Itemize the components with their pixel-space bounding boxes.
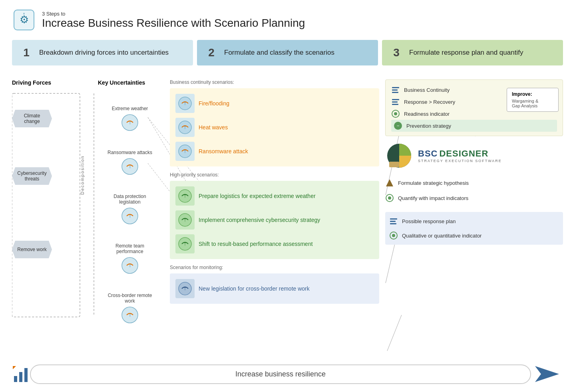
svg-rect-65 <box>24 368 28 382</box>
driving-forces-title: Driving Forces <box>12 79 82 86</box>
key-uncertainties-title: Key Uncertainties <box>98 79 162 86</box>
performance-text: Shift to result-based performance assess… <box>199 240 313 247</box>
svg-rect-60 <box>390 223 396 224</box>
uncertainty-ransomware: Ransomware attacks ↑ <box>98 150 162 175</box>
svg-text:↑: ↑ <box>23 11 26 17</box>
svg-text:↑: ↑ <box>184 100 187 106</box>
step-1-number: 1 <box>19 46 34 60</box>
cybersecurity-text: Implement comprehensive cybersecurity st… <box>199 216 320 224</box>
possible-response-text: Possible response plan <box>402 218 456 224</box>
cybersecurity-icon: ↑ <box>175 210 195 230</box>
svg-marker-67 <box>535 366 559 382</box>
response-recovery-text: Response > Recovery <box>404 99 455 105</box>
high-priority-section: High-priority scenarios: ↑ Prepare logis… <box>170 172 379 259</box>
svg-text:↑: ↑ <box>184 192 187 199</box>
uncertainties-list: Extreme weather ↑ Ransomware attacks ↑ <box>98 106 162 335</box>
cross-border-icon: ↑ <box>121 306 139 324</box>
svg-text:↑: ↑ <box>128 162 131 169</box>
hypotheses-section: Formulate strategic hypothesis Quantify … <box>385 175 563 209</box>
remote-team-label: Remote teamperformance <box>115 243 144 254</box>
svg-rect-58 <box>390 218 397 220</box>
scenario-fire-flooding: ↑ Fire/flooding <box>174 91 375 115</box>
quantify-text: Quantify with impact indicators <box>398 195 468 201</box>
logistics-icon: ↑ <box>175 186 195 206</box>
svg-rect-43 <box>392 87 399 88</box>
legislation-text: New legislation for cross-border remote … <box>199 285 310 292</box>
scenario-performance: ↑ Shift to result-based performance asse… <box>174 232 375 256</box>
col-driving-forces: Driving Forces Climatechange Cybersecuri… <box>12 75 82 351</box>
header-icon: ⚙ ↑ <box>12 8 36 32</box>
step-2-label: Formulate and classify the scenarios <box>224 48 334 57</box>
scenario-legislation: ↑ New legislation for cross-border remot… <box>174 277 375 301</box>
gauge-icon-2 <box>385 194 394 202</box>
svg-text:↑: ↑ <box>184 124 187 130</box>
chart-icon <box>12 364 32 384</box>
extreme-weather-icon: ↑ <box>121 114 139 131</box>
heat-waves-icon: ↑ <box>175 118 195 137</box>
list-icon-1 <box>391 85 400 94</box>
svg-rect-44 <box>392 89 398 91</box>
header: ⚙ ↑ 3 Steps to Increase Business Resilie… <box>12 8 563 32</box>
qualitative-indicator: Qualitative or quantitative indicator <box>389 230 559 242</box>
response-continuity: Business Continuity Response > Recovery <box>385 79 563 136</box>
uncertainty-data-protection: Data protectionlegislation ↑ <box>98 194 162 225</box>
svg-point-57 <box>388 196 391 200</box>
response-inner: Business Continuity Response > Recovery <box>385 79 563 245</box>
gauge-icon-3 <box>389 231 398 240</box>
svg-marker-66 <box>13 366 16 369</box>
bottom-arrow <box>531 362 563 386</box>
prevention-text: Prevention strategy <box>406 123 451 129</box>
ransomware-attack-icon: ↑ <box>175 142 195 161</box>
svg-text:↑: ↑ <box>128 311 131 318</box>
remote-hexagon: Remove work <box>12 241 52 258</box>
step-1-label: Breakdown driving forces into uncertaint… <box>39 48 169 57</box>
driving-force-remote: Remove work <box>12 241 82 258</box>
step-3-label: Formulate response plan and quantify <box>409 48 523 57</box>
fire-flooding-icon: ↑ <box>175 94 195 113</box>
legislation-icon: ↑ <box>175 279 195 298</box>
high-priority-title: High-priority scenarios: <box>170 172 379 178</box>
svg-marker-55 <box>386 179 393 186</box>
col-key-uncertainties: Key Uncertainties Decomposition Extreme … <box>82 75 162 351</box>
header-subtitle: 3 Steps to <box>42 11 305 17</box>
designer-text: DESIGNER <box>439 148 488 159</box>
performance-icon: ↑ <box>175 234 195 253</box>
fire-flooding-text: Fire/flooding <box>199 100 229 107</box>
monitoring-title: Scenarios for monitoring: <box>170 265 379 270</box>
bsc-text: BSC <box>418 148 438 159</box>
business-continuity-response-text: Business Continuity <box>404 87 450 93</box>
svg-text:↑: ↑ <box>128 261 131 268</box>
monitoring-section: Scenarios for monitoring: ↑ New legislat… <box>170 265 379 304</box>
formulate-icon <box>385 178 394 187</box>
remote-team-icon: ↑ <box>121 257 139 274</box>
qualitative-text: Qualitative or quantitative indicator <box>402 233 481 239</box>
readiness-text: Readiness indicator <box>404 111 450 117</box>
list-icon-2 <box>391 97 400 106</box>
svg-point-50 <box>394 112 397 115</box>
step-2: 2 Formulate and classify the scenarios <box>197 40 378 65</box>
page: ⚙ ↑ 3 Steps to Increase Business Resilie… <box>0 0 575 392</box>
svg-text:↑: ↑ <box>184 216 187 223</box>
business-continuity-group: ↑ Fire/flooding ↑ Heat waves <box>170 88 379 166</box>
ransomware-icon: ↑ <box>121 158 139 175</box>
bottom-bar-text: Increase business resilience <box>30 364 531 384</box>
svg-rect-64 <box>19 372 22 382</box>
svg-text:↑: ↑ <box>128 212 131 219</box>
steps-row: 1 Breakdown driving forces into uncertai… <box>12 40 563 65</box>
svg-text:↑: ↑ <box>184 285 187 291</box>
high-priority-group: ↑ Prepare logistics for expected extreme… <box>170 181 379 259</box>
possible-response-plan: Possible response plan <box>389 215 559 227</box>
step-1: 1 Breakdown driving forces into uncertai… <box>12 40 193 65</box>
scenario-logistics: ↑ Prepare logistics for expected extreme… <box>174 184 375 208</box>
formulate-text: Formulate strategic hypothesis <box>398 180 469 186</box>
extreme-weather-label: Extreme weather <box>112 106 148 111</box>
uncertainty-remote-team: Remote teamperformance ↑ <box>98 243 162 274</box>
col-response: Business Continuity Response > Recovery <box>379 75 563 351</box>
data-protection-label: Data protectionlegislation <box>113 194 146 205</box>
col-scenarios: Business continuity scenarios: ↑ Fire/fl… <box>162 75 379 351</box>
svg-text:↑: ↑ <box>184 240 187 247</box>
improve-box: Improve: Wargaming & Gap Analysis <box>507 88 559 112</box>
scenario-heat-waves: ↑ Heat waves <box>174 115 375 139</box>
header-title: Increase Business Resilience with Scenar… <box>42 17 305 30</box>
gauge-icon-1 <box>391 109 400 118</box>
